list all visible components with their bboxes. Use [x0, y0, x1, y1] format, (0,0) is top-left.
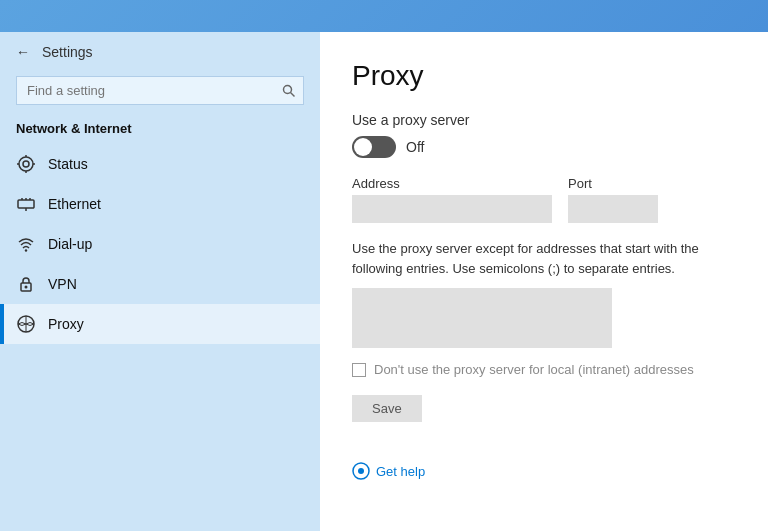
search-icon: [282, 84, 296, 98]
proxy-icon: [16, 314, 36, 334]
sidebar-item-vpn[interactable]: VPN: [0, 264, 320, 304]
sidebar-item-vpn-label: VPN: [48, 276, 77, 292]
svg-point-13: [25, 249, 27, 251]
svg-point-15: [25, 286, 28, 289]
port-field-group: Port: [568, 176, 658, 223]
sidebar-item-status-label: Status: [48, 156, 88, 172]
exceptions-description: Use the proxy server except for addresse…: [352, 239, 736, 278]
exceptions-textarea[interactable]: [352, 288, 612, 348]
app-container: ← Settings Network & Internet: [0, 32, 768, 531]
sidebar-item-ethernet-label: Ethernet: [48, 196, 101, 212]
svg-point-3: [23, 161, 29, 167]
proxy-toggle[interactable]: [352, 136, 396, 158]
search-input[interactable]: [16, 76, 304, 105]
search-box-container: [16, 76, 304, 105]
svg-point-2: [19, 157, 33, 171]
svg-point-19: [358, 468, 364, 474]
status-icon: [16, 154, 36, 174]
address-input[interactable]: [352, 195, 552, 223]
svg-point-0: [284, 85, 292, 93]
port-input[interactable]: [568, 195, 658, 223]
local-addresses-checkbox[interactable]: [352, 363, 366, 377]
sidebar-item-proxy[interactable]: Proxy: [0, 304, 320, 344]
help-row: Get help: [352, 462, 736, 480]
address-label: Address: [352, 176, 552, 191]
network-section-title: Network & Internet: [0, 117, 320, 144]
sidebar: ← Settings Network & Internet: [0, 32, 320, 531]
settings-app-title: Settings: [42, 44, 93, 60]
sidebar-item-dialup[interactable]: Dial-up: [0, 224, 320, 264]
manual-proxy-label: Use a proxy server: [352, 112, 736, 128]
dialup-icon: [16, 234, 36, 254]
sidebar-item-status[interactable]: Status: [0, 144, 320, 184]
sidebar-header: ← Settings: [0, 32, 320, 72]
port-label: Port: [568, 176, 658, 191]
local-addresses-label: Don't use the proxy server for local (in…: [374, 362, 694, 377]
svg-rect-8: [18, 200, 34, 208]
toggle-state-label: Off: [406, 139, 424, 155]
help-icon: [352, 462, 370, 480]
svg-line-1: [291, 92, 295, 96]
back-button[interactable]: ←: [16, 44, 30, 60]
sidebar-item-proxy-label: Proxy: [48, 316, 84, 332]
get-help-link[interactable]: Get help: [376, 464, 425, 479]
sidebar-item-ethernet[interactable]: Ethernet: [0, 184, 320, 224]
main-content: Proxy Use a proxy server Off Address Por…: [320, 32, 768, 531]
title-bar: [0, 0, 768, 32]
save-button[interactable]: Save: [352, 395, 422, 422]
vpn-icon: [16, 274, 36, 294]
local-checkbox-row: Don't use the proxy server for local (in…: [352, 362, 736, 377]
address-port-row: Address Port: [352, 176, 736, 223]
page-title: Proxy: [352, 60, 736, 92]
toggle-row: Off: [352, 136, 736, 158]
sidebar-item-dialup-label: Dial-up: [48, 236, 92, 252]
ethernet-icon: [16, 194, 36, 214]
toggle-knob: [354, 138, 372, 156]
address-field-group: Address: [352, 176, 552, 223]
